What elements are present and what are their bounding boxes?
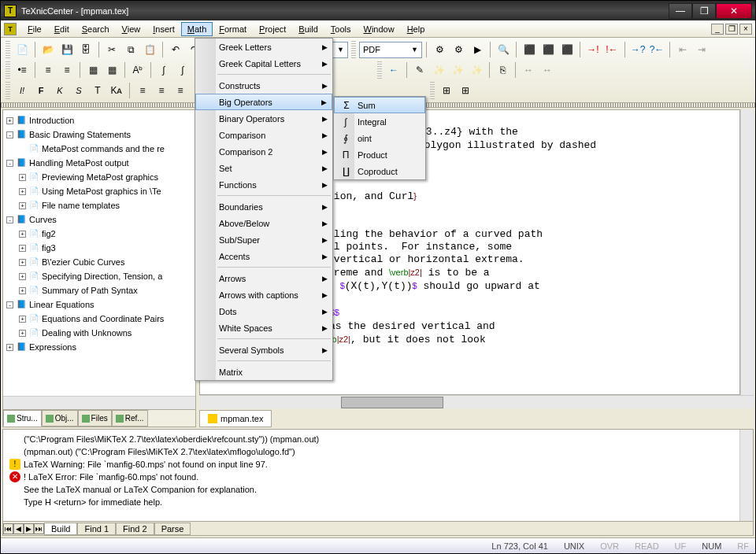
output-tab-parse[interactable]: Parse xyxy=(154,523,191,535)
tree-item[interactable]: 📄MetaPost commands and the re xyxy=(5,142,194,156)
tree-item[interactable]: +📄B\'ezier Cubic Curves xyxy=(5,255,194,269)
math-menu-big-operators[interactable]: Big Operators▶ xyxy=(195,94,332,110)
wand3-icon[interactable]: ✨ xyxy=(468,61,485,79)
help-nav-icon[interactable]: →? xyxy=(629,41,647,58)
wand-icon[interactable]: ✨ xyxy=(430,61,447,79)
math-menu-several-symbols[interactable]: Several Symbols▶ xyxy=(195,342,332,358)
copy-icon[interactable]: ⧉ xyxy=(122,41,139,58)
wand2-icon[interactable]: ✨ xyxy=(449,61,466,79)
tool2-icon[interactable]: ⬛ xyxy=(539,41,557,58)
build-view-icon[interactable]: ⚙ xyxy=(450,41,467,58)
menu-search[interactable]: Search xyxy=(76,22,116,36)
tree-item[interactable]: +📄Summary of Path Syntax xyxy=(5,283,194,297)
tree-item[interactable]: +📄File name templates xyxy=(5,198,194,212)
left-tab-ref[interactable]: Ref... xyxy=(112,410,148,427)
numlist-icon[interactable]: ≡ xyxy=(58,61,76,79)
formula2-icon[interactable]: ∫ xyxy=(174,61,191,79)
tree-item[interactable]: -📘Basic Drawing Statements xyxy=(5,127,194,142)
tree-item[interactable]: +📘Expressions xyxy=(5,340,194,354)
formula-icon[interactable]: ∫ xyxy=(155,61,172,79)
tt-icon[interactable]: T xyxy=(89,82,106,99)
sc-icon[interactable]: Kᴀ xyxy=(108,82,125,99)
app-menu-icon[interactable]: T xyxy=(4,23,17,35)
editor-vscroll[interactable] xyxy=(740,109,754,395)
output-combo[interactable]: PDF▼ xyxy=(359,42,422,58)
k-icon[interactable]: K xyxy=(51,82,69,99)
next-err-icon[interactable]: →! xyxy=(584,41,602,58)
italic-icon[interactable]: I! xyxy=(13,82,31,99)
left-tab-stru[interactable]: Stru... xyxy=(3,410,42,427)
menu-tools[interactable]: Tools xyxy=(324,22,358,36)
close-button[interactable]: ✕ xyxy=(716,3,752,19)
outline-tree[interactable]: +📘Introduction-📘Basic Drawing Statements… xyxy=(3,110,195,396)
outdent-icon[interactable]: ⇤ xyxy=(674,41,691,58)
compile-icon[interactable]: ▶ xyxy=(469,41,486,58)
math-menu-greek-letters[interactable]: Greek Letters▶ xyxy=(195,39,332,55)
new-doc-icon[interactable]: 📄 xyxy=(13,41,31,58)
tree-item[interactable]: +📄fig3 xyxy=(5,241,194,255)
bold-icon[interactable]: F xyxy=(32,82,50,99)
math-menu-arrows[interactable]: Arrows▶ xyxy=(195,270,332,286)
save-all-icon[interactable]: 🗄 xyxy=(77,41,94,58)
bigop-coproduct[interactable]: ∐Coproduct xyxy=(334,163,425,179)
math-menu-sub/super[interactable]: Sub/Super▶ xyxy=(195,231,332,248)
bigop-integral[interactable]: ∫Integral xyxy=(334,113,425,130)
menu-build[interactable]: Build xyxy=(292,22,324,36)
nav-prev-icon[interactable]: ◀ xyxy=(13,523,24,534)
menu-insert[interactable]: Insert xyxy=(146,22,181,36)
menu-format[interactable]: Format xyxy=(213,22,253,36)
sym3-icon[interactable]: ⊞ xyxy=(438,82,455,99)
help-nav2-icon[interactable]: ?← xyxy=(648,41,665,58)
math-menu-binary-operators[interactable]: Binary Operators▶ xyxy=(195,110,332,127)
stop-icon[interactable]: ⬛ xyxy=(521,41,538,58)
tree-item[interactable]: +📄Dealing with Unknowns xyxy=(5,326,194,340)
nav-next-icon[interactable]: ▶ xyxy=(24,523,34,534)
align-center-icon[interactable]: ≡ xyxy=(153,82,170,99)
tree-item[interactable]: +📄Using MetaPost graphics in \Te xyxy=(5,184,194,198)
build-output[interactable]: ("C:\Program Files\MiKTeX 2.7\tex\latex\… xyxy=(3,430,739,521)
indent-icon[interactable]: ⇥ xyxy=(693,41,710,58)
menu-project[interactable]: Project xyxy=(253,22,292,36)
bigop-sum[interactable]: ΣSum xyxy=(334,97,425,113)
table-icon[interactable]: ▦ xyxy=(84,61,102,79)
sym1-icon[interactable]: ↔ xyxy=(520,61,537,79)
bigop-product[interactable]: ΠProduct xyxy=(334,146,425,163)
paste-icon[interactable]: 📋 xyxy=(141,41,158,58)
math-menu-above/below[interactable]: Above/Below▶ xyxy=(195,215,332,231)
tree-item[interactable]: -📘Handling MetaPost output xyxy=(5,156,194,170)
math-menu-matrix[interactable]: Matrix xyxy=(195,364,332,380)
tree-hscroll[interactable] xyxy=(3,396,195,409)
math-menu-boundaries[interactable]: Boundaries▶ xyxy=(195,198,332,215)
menu-file[interactable]: File xyxy=(21,22,48,36)
tree-item[interactable]: +📄Previewing MetaPost graphics xyxy=(5,170,194,184)
back-icon[interactable]: ← xyxy=(385,61,402,79)
nav-last-icon[interactable]: ⏭ xyxy=(34,523,44,534)
math-menu-white-spaces[interactable]: White Spaces▶ xyxy=(195,319,332,336)
pen-icon[interactable]: ✎ xyxy=(411,61,428,79)
file-tab[interactable]: mpman.tex xyxy=(199,410,272,427)
output-tab-find1[interactable]: Find 1 xyxy=(77,523,116,535)
align-right-icon[interactable]: ≡ xyxy=(172,82,189,99)
menu-edit[interactable]: Edit xyxy=(48,22,76,36)
math-menu-comparison-2[interactable]: Comparison 2▶ xyxy=(195,143,332,160)
output-tab-find2[interactable]: Find 2 xyxy=(116,523,154,535)
output-vscroll[interactable] xyxy=(739,430,753,521)
table2-icon[interactable]: ▦ xyxy=(103,61,120,79)
editor-hscroll[interactable] xyxy=(199,395,754,408)
build-icon[interactable]: ⚙ xyxy=(431,41,448,58)
save-icon[interactable]: 💾 xyxy=(58,41,76,58)
mdi-restore[interactable]: ❐ xyxy=(725,24,738,35)
tree-item[interactable]: +📄fig2 xyxy=(5,227,194,241)
tree-item[interactable]: -📘Linear Equations xyxy=(5,297,194,312)
bigop-oint[interactable]: ∮oint xyxy=(334,130,425,146)
goto-icon[interactable]: ⎘ xyxy=(494,61,511,79)
math-menu-greek-capital-letters[interactable]: Greek Capital Letters▶ xyxy=(195,55,332,72)
math-menu-accents[interactable]: Accents▶ xyxy=(195,248,332,264)
math-menu-dots[interactable]: Dots▶ xyxy=(195,303,332,319)
tree-item[interactable]: +📄Specifying Direction, Tension, a xyxy=(5,269,194,283)
math-menu-comparison[interactable]: Comparison▶ xyxy=(195,127,332,143)
s-icon[interactable]: S xyxy=(70,82,87,99)
minimize-button[interactable]: — xyxy=(669,3,692,19)
char-icon[interactable]: Aᵇ xyxy=(129,61,146,79)
left-tab-files[interactable]: Files xyxy=(78,410,112,427)
